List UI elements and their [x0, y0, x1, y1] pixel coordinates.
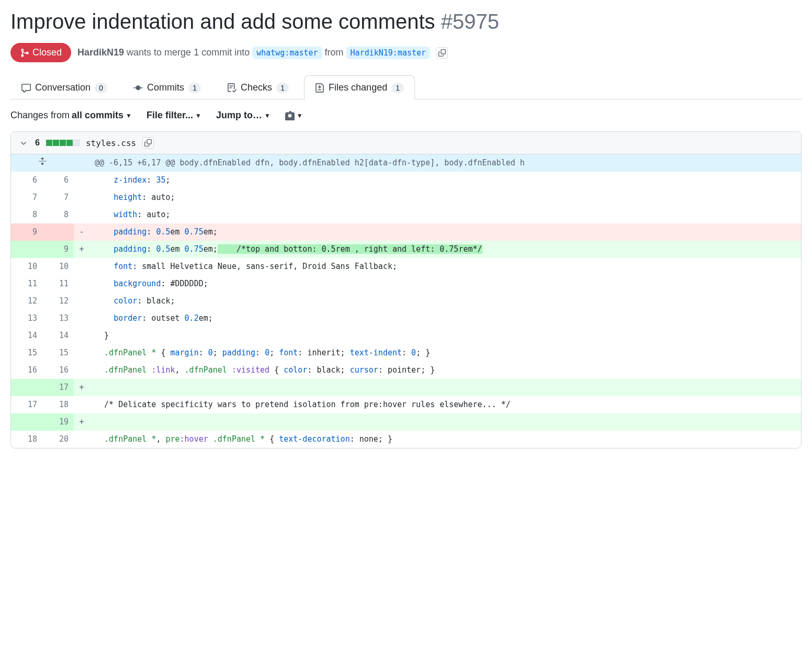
diff-code: .dfnPanel :link, .dfnPanel :visited { co…: [89, 362, 801, 379]
diff-settings-dropdown[interactable]: ▼: [285, 111, 303, 120]
new-line-number[interactable]: 8: [42, 206, 74, 223]
new-line-number[interactable]: 14: [42, 327, 74, 344]
diff-code: [89, 413, 801, 431]
diff-line: 19+: [11, 413, 801, 431]
new-line-number[interactable]: 13: [42, 310, 74, 327]
new-line-number[interactable]: 12: [42, 293, 74, 310]
diff-code: height: auto;: [89, 189, 801, 206]
diff-code: /* Delicate specificity wars to pretend …: [89, 396, 801, 413]
diff-code: padding: 0.5em 0.75em;: [89, 223, 801, 241]
old-line-number[interactable]: 18: [11, 431, 42, 448]
diff-code: .dfnPanel *, pre:hover .dfnPanel * { tex…: [89, 431, 801, 448]
new-line-number[interactable]: 19: [42, 413, 74, 431]
diff-line: 1820 .dfnPanel *, pre:hover .dfnPanel * …: [11, 431, 801, 448]
diff-marker: -: [74, 223, 89, 241]
diff-marker: [74, 362, 89, 379]
diff-marker: [74, 327, 89, 344]
old-line-number[interactable]: 7: [11, 189, 42, 206]
author-link[interactable]: HardikN19: [77, 47, 124, 58]
new-line-number[interactable]: 9: [42, 241, 74, 258]
old-line-number[interactable]: 16: [11, 362, 42, 379]
copy-branch-button[interactable]: [436, 47, 448, 59]
hunk-header-text: @@ -6,15 +6,17 @@ body.dfnEnabled dfn, b…: [89, 154, 801, 172]
commit-icon: [133, 83, 143, 93]
head-branch-label[interactable]: HardikN19:master: [346, 47, 431, 59]
file-name-link[interactable]: styles.css: [86, 138, 136, 148]
new-line-number[interactable]: 7: [42, 189, 74, 206]
diff-code: font: small Helvetica Neue, sans-serif, …: [89, 258, 801, 275]
comment-icon: [21, 83, 31, 93]
old-line-number[interactable]: [11, 413, 42, 431]
diff-line: 1010 font: small Helvetica Neue, sans-se…: [11, 258, 801, 275]
old-line-number[interactable]: 13: [11, 310, 42, 327]
new-line-number[interactable]: 17: [42, 379, 74, 396]
new-line-number[interactable]: 10: [42, 258, 74, 275]
old-line-number[interactable]: 8: [11, 206, 42, 223]
old-line-number[interactable]: 17: [11, 396, 42, 413]
diff-code: padding: 0.5em 0.75em; /*top and botton:…: [89, 241, 801, 258]
old-line-number[interactable]: [11, 379, 42, 396]
collapse-file-button[interactable]: [19, 138, 29, 148]
state-row: Closed HardikN19 wants to merge 1 commit…: [10, 43, 802, 62]
diff-marker: [74, 258, 89, 275]
expand-hunk-button[interactable]: [11, 154, 74, 172]
state-label: Closed: [32, 47, 62, 58]
new-line-number[interactable]: 6: [42, 172, 74, 189]
diff-marker: +: [74, 413, 89, 431]
files-count: 1: [391, 83, 404, 93]
changes-from-dropdown[interactable]: Changes from all commits ▼: [10, 110, 132, 121]
tab-conversation[interactable]: Conversation 0: [10, 75, 118, 99]
diff-code: border: outset 0.2em;: [89, 310, 801, 327]
diff-marker: [74, 293, 89, 310]
file-header: 6 styles.css: [11, 132, 801, 154]
diff-line: 77 height: auto;: [11, 189, 801, 206]
diff-marker: [74, 396, 89, 413]
new-line-number[interactable]: 16: [42, 362, 74, 379]
file-filter-dropdown[interactable]: File filter... ▼: [146, 110, 201, 121]
diff-line: 9+ padding: 0.5em 0.75em; /*top and bott…: [11, 241, 801, 258]
old-line-number[interactable]: 15: [11, 344, 42, 362]
tab-files-changed[interactable]: Files changed 1: [304, 75, 415, 99]
commits-count: 1: [188, 83, 201, 93]
diff-line: 1414 }: [11, 327, 801, 344]
diff-code: z-index: 35;: [89, 172, 801, 189]
diff-toolbar: Changes from all commits ▼ File filter..…: [10, 110, 802, 121]
diff-line: 88 width: auto;: [11, 206, 801, 223]
conversation-count: 0: [95, 83, 107, 93]
pr-title-text: Improve indentation and add some comment…: [10, 10, 435, 33]
caret-icon: ▼: [264, 112, 270, 119]
pr-icon: [20, 48, 29, 58]
caret-icon: ▼: [297, 112, 303, 119]
diff-line: 17+: [11, 379, 801, 396]
gear-icon: [285, 111, 295, 120]
hunk-header-row: @@ -6,15 +6,17 @@ body.dfnEnabled dfn, b…: [11, 154, 801, 172]
new-line-number[interactable]: 20: [42, 431, 74, 448]
jump-to-dropdown[interactable]: Jump to… ▼: [216, 110, 270, 121]
old-line-number[interactable]: 10: [11, 258, 42, 275]
base-branch-label[interactable]: whatwg:master: [252, 47, 322, 59]
copy-path-button[interactable]: [142, 137, 154, 149]
old-line-number[interactable]: 9: [11, 223, 42, 241]
pr-title: Improve indentation and add some comment…: [10, 8, 802, 35]
diff-marker: [74, 172, 89, 189]
chevron-down-icon: [19, 139, 28, 147]
diff-marker: [74, 431, 89, 448]
old-line-number[interactable]: [11, 241, 42, 258]
new-line-number[interactable]: 15: [42, 344, 74, 362]
new-line-number[interactable]: 18: [42, 396, 74, 413]
caret-icon: ▼: [126, 112, 132, 119]
tab-checks[interactable]: Checks 1: [216, 75, 300, 99]
diff-marker: +: [74, 241, 89, 258]
diff-code: color: black;: [89, 293, 801, 310]
new-line-number[interactable]: [42, 223, 74, 241]
diff-line: 1111 background: #DDDDDD;: [11, 275, 801, 293]
old-line-number[interactable]: 11: [11, 275, 42, 293]
new-line-number[interactable]: 11: [42, 275, 74, 293]
file-diff-icon: [315, 83, 324, 93]
old-line-number[interactable]: 14: [11, 327, 42, 344]
diff-code: }: [89, 327, 801, 344]
old-line-number[interactable]: 12: [11, 293, 42, 310]
tab-commits[interactable]: Commits 1: [122, 75, 212, 99]
old-line-number[interactable]: 6: [11, 172, 42, 189]
unfold-icon: [38, 157, 47, 165]
